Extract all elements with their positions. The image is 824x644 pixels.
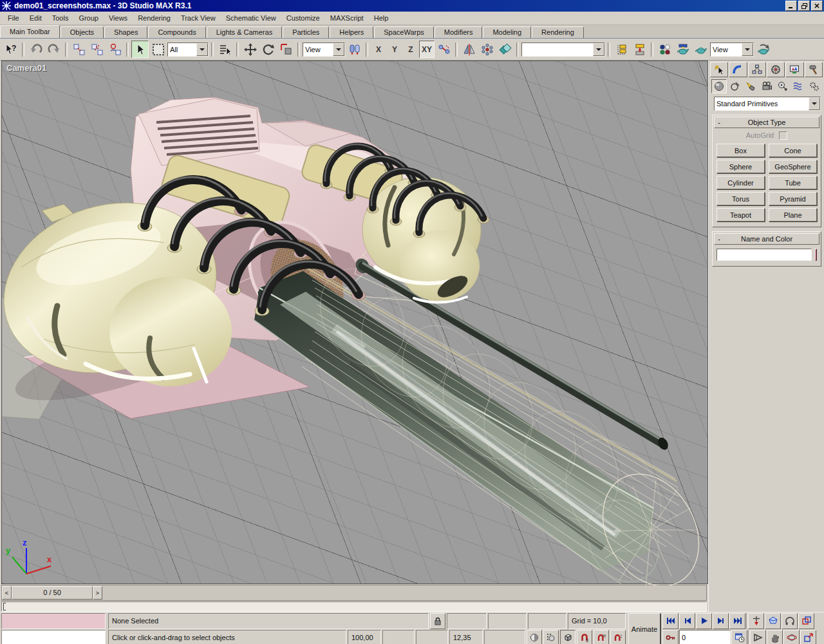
shapes-category-button[interactable] (727, 79, 743, 93)
unlink-selection-button[interactable] (88, 41, 106, 58)
percent-snap-button[interactable]: % (594, 630, 609, 644)
torus-button[interactable]: Torus (716, 192, 765, 205)
play-button[interactable] (696, 613, 712, 629)
animate-button[interactable]: Animate (628, 613, 660, 644)
open-track-view-button[interactable] (613, 41, 630, 58)
tab-helpers[interactable]: Helpers (330, 26, 373, 38)
motion-tab[interactable] (767, 62, 785, 77)
tab-compounds[interactable]: Compounds (148, 26, 205, 38)
pan-button[interactable] (767, 630, 783, 644)
select-and-scale-button[interactable] (277, 41, 295, 58)
mirror-button[interactable] (460, 41, 478, 58)
minimize-button[interactable] (785, 1, 797, 11)
hierarchy-tab[interactable] (748, 62, 766, 77)
viewport-label[interactable]: Camera01 (6, 63, 46, 73)
menu-track-view[interactable]: Track View (176, 13, 221, 23)
dropdown-arrow-icon[interactable] (196, 43, 208, 56)
arc-rotate-button[interactable] (783, 630, 800, 644)
tab-objects[interactable]: Objects (61, 26, 104, 38)
dropdown-arrow-icon[interactable] (742, 43, 753, 56)
selection-filter-dropdown[interactable]: All (167, 43, 209, 57)
menu-schematic-view[interactable]: Schematic View (221, 13, 281, 23)
angle-snap-button[interactable]: 3 (577, 630, 592, 644)
lock-selection-button[interactable] (430, 613, 445, 629)
systems-category-button[interactable] (807, 79, 822, 93)
camera-viewport[interactable]: Camera01 (1, 61, 708, 584)
zoom-extents-button[interactable] (765, 613, 781, 629)
current-frame-field[interactable] (679, 630, 731, 644)
menu-views[interactable]: Views (104, 13, 133, 23)
menu-rendering[interactable]: Rendering (133, 13, 176, 23)
track-bar[interactable] (1, 601, 707, 612)
degradation-override-button[interactable] (527, 630, 542, 644)
dropdown-arrow-icon[interactable] (593, 43, 604, 56)
set-key-button[interactable] (662, 630, 679, 644)
named-selection-sets-dropdown[interactable] (521, 43, 605, 57)
time-slider-thumb[interactable]: 0 / 50 (12, 586, 93, 600)
go-to-start-button[interactable] (662, 613, 679, 629)
zoom-button[interactable] (748, 613, 764, 629)
time-prev-button[interactable]: < (2, 586, 12, 600)
spinner-snap-button[interactable] (610, 630, 626, 644)
go-to-end-button[interactable] (729, 613, 745, 629)
menu-tools[interactable]: Tools (47, 13, 74, 23)
material-editor-button[interactable] (656, 41, 673, 58)
restrict-x-button[interactable]: X (371, 41, 386, 58)
region-select-button[interactable] (149, 41, 167, 58)
lights-category-button[interactable] (743, 79, 758, 93)
redo-button[interactable] (45, 41, 62, 58)
quick-render-button[interactable] (754, 41, 772, 58)
macro-recorder-pane[interactable] (1, 613, 106, 629)
object-name-field[interactable] (716, 249, 812, 261)
snap-toggle-3d-button[interactable] (560, 630, 576, 644)
tab-rendering[interactable]: Rendering (532, 26, 584, 38)
transform-gizmo-button[interactable] (543, 630, 559, 644)
name-and-color-rollout-header[interactable]: - Name and Color (714, 233, 819, 245)
select-object-button[interactable] (131, 41, 149, 58)
tab-lights-cameras[interactable]: Lights & Cameras (207, 26, 282, 38)
category-dropdown[interactable]: Standard Primitives (714, 97, 821, 111)
restrict-xy-plane-button[interactable]: XY (419, 41, 435, 58)
select-by-name-button[interactable] (216, 41, 234, 58)
geosphere-button[interactable]: GeoSphere (769, 160, 817, 173)
tab-modeling[interactable]: Modeling (483, 26, 531, 38)
time-slider[interactable]: < 0 / 50 > (1, 585, 707, 601)
space-warps-category-button[interactable] (791, 79, 807, 93)
array-button[interactable] (478, 41, 496, 58)
menu-edit[interactable]: Edit (24, 13, 47, 23)
plane-button[interactable]: Plane (769, 208, 817, 222)
dropdown-arrow-icon[interactable] (333, 43, 344, 56)
previous-frame-button[interactable] (679, 613, 695, 629)
object-type-rollout-header[interactable]: - Object Type (714, 117, 819, 128)
create-tab[interactable] (710, 62, 728, 77)
menu-customize[interactable]: Customize (281, 13, 325, 23)
reference-coordsys-dropdown[interactable]: View (303, 43, 345, 57)
helpers-category-button[interactable] (775, 79, 791, 93)
close-button[interactable] (811, 1, 823, 11)
select-and-move-button[interactable] (241, 41, 259, 58)
cameras-category-button[interactable] (759, 79, 774, 93)
roll-camera-button[interactable] (782, 613, 798, 629)
next-frame-button[interactable] (713, 613, 729, 629)
help-mode-button[interactable]: ? (2, 41, 19, 58)
cone-button[interactable]: Cone (769, 144, 817, 157)
zoom-extents-all-button[interactable] (798, 613, 814, 629)
select-and-rotate-button[interactable] (259, 41, 277, 58)
viewport-canvas[interactable]: z y x (2, 61, 707, 585)
menu-group[interactable]: Group (73, 13, 104, 23)
undo-button[interactable] (27, 41, 44, 58)
tab-shapes[interactable]: Shapes (104, 26, 147, 38)
autogrid-checkbox[interactable] (779, 131, 787, 140)
teapot-button[interactable]: Teapot (716, 208, 765, 222)
render-last-button[interactable] (692, 41, 709, 58)
display-tab[interactable] (785, 62, 803, 77)
inverse-kinematics-button[interactable] (435, 41, 453, 58)
geometry-category-button[interactable] (711, 79, 727, 93)
align-button[interactable] (496, 41, 514, 58)
collapse-icon[interactable]: - (715, 235, 724, 243)
cylinder-button[interactable]: Cylinder (716, 176, 765, 189)
modify-tab[interactable] (729, 62, 747, 77)
tab-spacewarps[interactable]: SpaceWarps (374, 26, 434, 38)
listener-pane[interactable] (1, 630, 106, 644)
min-max-toggle-button[interactable] (800, 630, 816, 644)
